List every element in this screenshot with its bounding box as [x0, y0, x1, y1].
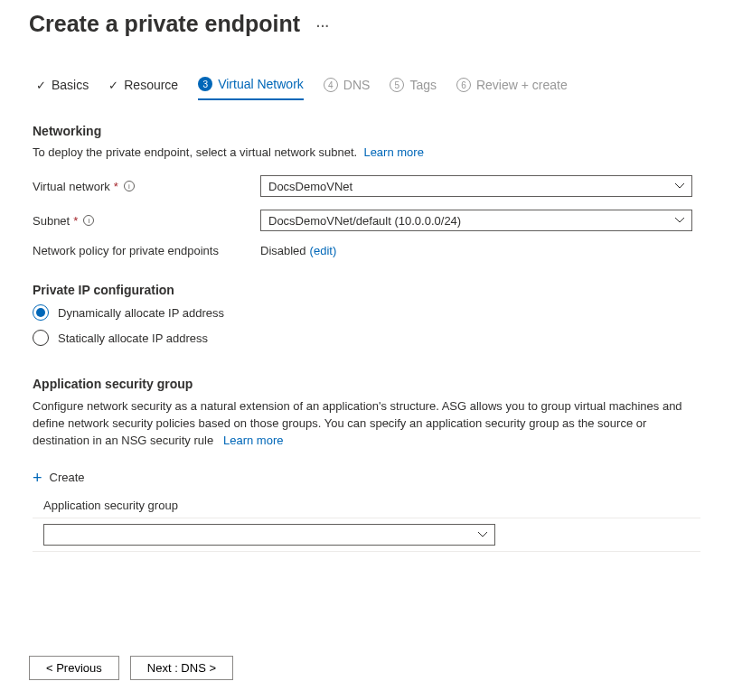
- asg-desc: Configure network security as a natural …: [33, 399, 682, 447]
- subnet-select[interactable]: DocsDemoVNet/default (10.0.0.0/24): [260, 210, 692, 231]
- policy-label: Network policy for private endpoints: [33, 244, 219, 257]
- step-number-icon: 3: [198, 77, 212, 91]
- radio-dynamic[interactable]: [33, 304, 49, 321]
- learn-more-link[interactable]: Learn more: [363, 145, 423, 159]
- tab-virtual-network[interactable]: 3 Virtual Network: [198, 77, 304, 100]
- ipconfig-heading: Private IP configuration: [33, 283, 700, 297]
- more-icon[interactable]: ···: [316, 19, 330, 33]
- radio-dynamic-label: Dynamically allocate IP address: [58, 306, 224, 320]
- tab-label: DNS: [343, 78, 371, 92]
- tab-label: Resource: [124, 78, 178, 92]
- required-indicator: *: [114, 180, 118, 193]
- asg-learn-more-link[interactable]: Learn more: [223, 434, 283, 447]
- tab-dns[interactable]: 4 DNS: [324, 78, 371, 99]
- subnet-label: Subnet: [33, 214, 70, 228]
- chevron-down-icon: [675, 183, 684, 189]
- tab-basics[interactable]: ✓ Basics: [36, 78, 89, 99]
- radio-dynamic-row[interactable]: Dynamically allocate IP address: [33, 304, 700, 321]
- check-icon: ✓: [108, 79, 118, 92]
- tab-label: Virtual Network: [218, 77, 304, 91]
- asg-select[interactable]: [43, 524, 495, 546]
- tab-review-create[interactable]: 6 Review + create: [456, 78, 568, 99]
- info-icon[interactable]: i: [83, 215, 94, 226]
- step-number-icon: 4: [324, 78, 338, 92]
- subnet-select-value: DocsDemoVNet/default (10.0.0.0/24): [268, 214, 461, 228]
- vnet-label: Virtual network: [33, 180, 110, 193]
- radio-static[interactable]: [33, 330, 49, 346]
- check-icon: ✓: [36, 79, 46, 92]
- wizard-tabs: ✓ Basics ✓ Resource 3 Virtual Network 4 …: [0, 37, 733, 100]
- tab-label: Review + create: [476, 78, 568, 92]
- previous-button[interactable]: < Previous: [29, 656, 119, 680]
- info-icon[interactable]: i: [124, 181, 135, 191]
- wizard-footer: < Previous Next : DNS >: [29, 656, 233, 680]
- page-title: Create a private endpoint: [29, 11, 300, 37]
- vnet-select[interactable]: DocsDemoVNet: [260, 175, 692, 197]
- asg-create-label: Create: [50, 471, 85, 484]
- step-number-icon: 6: [456, 78, 471, 92]
- next-button[interactable]: Next : DNS >: [130, 656, 233, 680]
- tab-label: Basics: [52, 78, 89, 92]
- required-indicator: *: [73, 214, 78, 228]
- plus-icon: +: [33, 470, 42, 486]
- tab-resource[interactable]: ✓ Resource: [108, 78, 178, 99]
- asg-heading: Application security group: [33, 377, 700, 391]
- networking-heading: Networking: [33, 124, 700, 138]
- chevron-down-icon: [675, 218, 684, 223]
- policy-value: Disabled: [260, 244, 306, 257]
- radio-static-label: Statically allocate IP address: [58, 331, 208, 345]
- tab-tags[interactable]: 5 Tags: [390, 78, 437, 99]
- networking-desc: To deploy the private endpoint, select a…: [33, 145, 357, 159]
- asg-table: [33, 518, 700, 552]
- vnet-select-value: DocsDemoVNet: [268, 180, 352, 193]
- step-number-icon: 5: [390, 78, 404, 92]
- radio-static-row[interactable]: Statically allocate IP address: [33, 330, 700, 346]
- policy-edit-link[interactable]: (edit): [310, 244, 337, 257]
- chevron-down-icon: [478, 532, 487, 537]
- asg-column-label: Application security group: [43, 499, 700, 512]
- tab-label: Tags: [409, 78, 437, 92]
- asg-create-button[interactable]: + Create: [33, 470, 85, 486]
